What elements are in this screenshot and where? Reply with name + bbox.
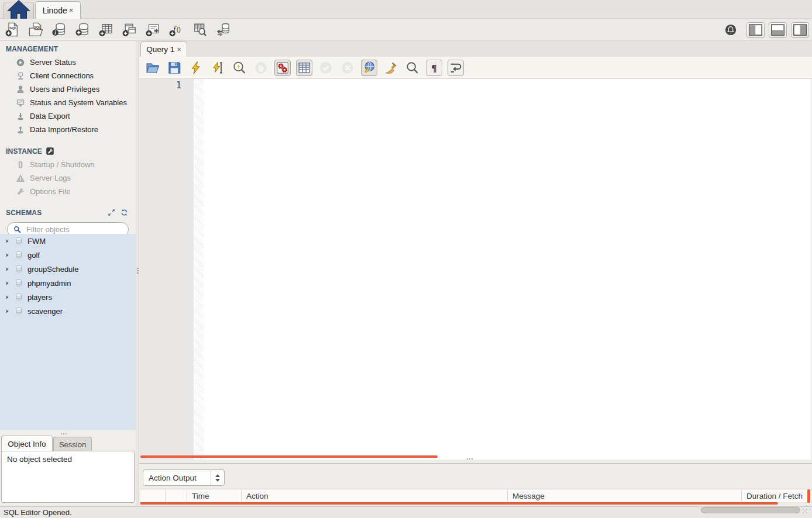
stop-button[interactable] <box>253 60 269 76</box>
refresh-icon[interactable] <box>120 208 129 217</box>
find-button[interactable] <box>404 60 421 76</box>
sidebar-item-status-system-variables[interactable]: Status and System Variables <box>0 96 136 109</box>
schema-list: FWM golf groupSchedule phpmyadmin player <box>0 234 136 430</box>
open-sql-file-icon: SQL <box>28 22 44 37</box>
autocommit-toggle[interactable] <box>361 60 377 76</box>
schema-item-phpmyadmin[interactable]: phpmyadmin <box>0 276 136 290</box>
sidebar-item-label: Client Connections <box>30 71 94 80</box>
sidebar-item-startup-shutdown[interactable]: Startup / Shutdown <box>0 158 136 171</box>
tab-object-info[interactable]: Object Info <box>1 436 53 451</box>
sidebar-item-label: Data Import/Restore <box>30 125 98 134</box>
expand-tree-icon[interactable] <box>107 208 116 217</box>
new-sql-file-icon: SQL <box>5 22 20 37</box>
rollback-button[interactable] <box>339 60 356 76</box>
schema-label: scavenger <box>27 307 63 316</box>
server-status-icon <box>16 58 25 67</box>
create-schema-button[interactable] <box>75 22 91 37</box>
window-resize-grip[interactable] <box>803 509 804 510</box>
output-panel: Action Output Time Action Message Durati… <box>139 464 812 506</box>
explain-button[interactable] <box>231 60 247 76</box>
connection-tab-label: Linode <box>43 6 67 15</box>
notifications-button[interactable] <box>724 23 738 37</box>
schema-item-golf[interactable]: golf <box>0 248 136 262</box>
svg-text:i: i <box>54 30 56 36</box>
output-vertical-scroll-indicator[interactable] <box>807 489 810 503</box>
create-schema-icon <box>75 22 91 37</box>
output-view-selected: Action Output <box>143 474 211 482</box>
schema-item-players[interactable]: players <box>0 290 136 304</box>
tab-query-1[interactable]: Query 1 × <box>140 42 187 57</box>
combo-spinner[interactable] <box>211 470 224 485</box>
tab-session[interactable]: Session <box>53 437 92 451</box>
save-script-icon <box>167 60 182 75</box>
new-sql-tab-button[interactable]: SQL <box>5 22 20 37</box>
close-icon[interactable]: × <box>69 6 74 14</box>
sidebar-item-label: Users and Privileges <box>30 85 99 94</box>
tree-expander-icon[interactable] <box>5 295 10 300</box>
sidebar-item-data-import-restore[interactable]: Data Import/Restore <box>0 123 136 136</box>
open-script-button[interactable] <box>144 60 161 76</box>
create-table-icon <box>98 22 114 37</box>
sql-code-editor[interactable]: 1 <box>139 79 811 460</box>
tree-expander-icon[interactable] <box>5 239 10 244</box>
create-procedure-button[interactable] <box>145 22 161 37</box>
sidebar-item-server-status[interactable]: Server Status <box>0 56 136 69</box>
save-script-button[interactable] <box>166 60 183 76</box>
create-view-button[interactable] <box>122 22 137 37</box>
sidebar-item-label: Server Logs <box>30 174 71 182</box>
schema-item-fwm[interactable]: FWM <box>0 234 136 248</box>
create-function-button[interactable]: f() <box>168 22 184 37</box>
clean-editor-button[interactable] <box>383 60 399 76</box>
reconnect-database-button[interactable] <box>215 22 231 37</box>
stop-on-error-toggle[interactable] <box>274 60 291 76</box>
sidebar-item-server-logs[interactable]: Server Logs <box>0 171 136 185</box>
window-tab-bar: Linode × <box>0 0 812 19</box>
toggle-right-panel-button[interactable] <box>791 22 809 38</box>
sidebar-horizontal-splitter[interactable] <box>61 433 62 434</box>
open-script-icon <box>145 60 160 75</box>
reconnect-database-icon <box>215 22 231 37</box>
limit-rows-toggle[interactable] <box>296 60 312 76</box>
toggle-bottom-panel-button[interactable] <box>769 22 787 38</box>
schema-item-scavenger[interactable]: scavenger <box>0 304 136 318</box>
tree-expander-icon[interactable] <box>5 267 10 272</box>
home-tab[interactable] <box>4 2 34 19</box>
svg-text:SQL: SQL <box>34 26 41 29</box>
sidebar-item-users-privileges[interactable]: Users and Privileges <box>0 82 136 96</box>
tree-expander-icon[interactable] <box>5 253 10 258</box>
commit-button[interactable] <box>318 60 334 76</box>
execute-button[interactable] <box>188 60 204 76</box>
toggle-left-panel-button[interactable] <box>746 22 765 38</box>
schema-db-icon <box>14 292 23 302</box>
schema-filter-input[interactable] <box>25 225 123 234</box>
sidebar-item-options-file[interactable]: Options File <box>0 185 136 198</box>
close-icon[interactable]: × <box>177 46 181 53</box>
create-table-button[interactable] <box>98 22 114 37</box>
execute-current-icon <box>210 60 225 75</box>
schema-label: phpmyadmin <box>27 279 71 288</box>
wrap-text-toggle[interactable] <box>448 60 464 76</box>
sidebar-item-data-export[interactable]: Data Export <box>0 109 136 123</box>
schema-db-icon <box>14 306 23 316</box>
commit-icon <box>318 60 333 75</box>
open-sql-script-button[interactable]: SQL <box>28 22 44 37</box>
output-scroll-indicator[interactable] <box>140 502 778 505</box>
execute-current-button[interactable] <box>209 60 226 76</box>
magnifier-icon <box>405 60 420 75</box>
database-info-button[interactable]: i <box>51 22 67 37</box>
limit-rows-icon <box>297 60 312 75</box>
tree-expander-icon[interactable] <box>5 309 10 314</box>
show-invisibles-toggle[interactable]: ¶ <box>426 60 442 76</box>
search-table-data-button[interactable] <box>192 22 208 37</box>
schema-label: groupSchedule <box>27 265 78 274</box>
output-view-selector[interactable]: Action Output <box>143 469 225 486</box>
connection-tab-linode[interactable]: Linode × <box>35 1 81 19</box>
tree-expander-icon[interactable] <box>5 281 10 286</box>
editor-scroll-indicator[interactable] <box>140 455 438 458</box>
schema-item-groupschedule[interactable]: groupSchedule <box>0 262 136 276</box>
status-variables-icon <box>16 98 25 108</box>
editor-output-splitter-grip[interactable] <box>467 458 468 460</box>
horizontal-scrollbar-thumb[interactable] <box>701 507 800 513</box>
create-function-icon: f() <box>168 22 184 37</box>
sidebar-item-client-connections[interactable]: Client Connections <box>0 69 136 82</box>
